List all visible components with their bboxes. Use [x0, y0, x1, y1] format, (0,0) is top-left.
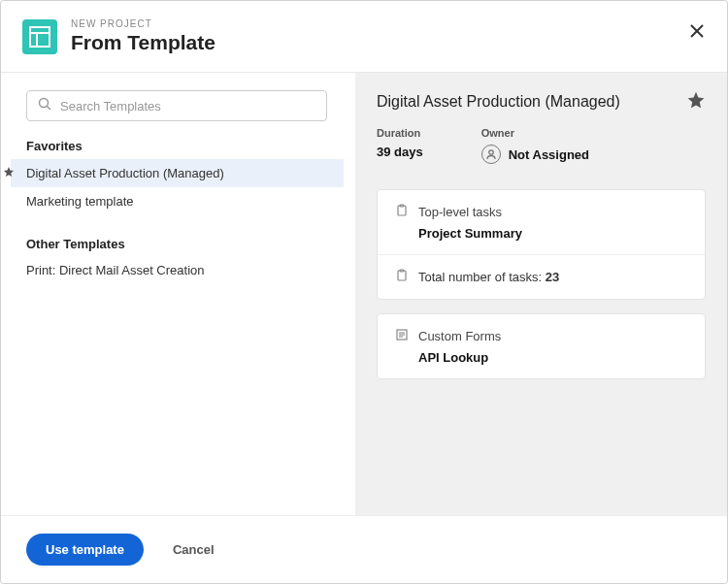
duration-block: Duration 39 days: [377, 127, 423, 164]
cancel-button[interactable]: Cancel: [173, 542, 215, 557]
owner-value: Not Assigned: [509, 147, 589, 162]
svg-line-6: [48, 107, 51, 111]
template-app-icon: [22, 19, 57, 54]
star-icon: [686, 90, 706, 110]
template-item-label: Marketing template: [26, 194, 134, 209]
header-title: From Template: [71, 31, 215, 54]
forms-value: API Lookup: [418, 350, 687, 365]
template-item-print-direct-mail[interactable]: Print: Direct Mail Asset Creation: [26, 257, 338, 283]
header-eyebrow: NEW PROJECT: [71, 18, 215, 29]
star-icon: [3, 166, 15, 180]
owner-block: Owner Not Assigned: [481, 127, 589, 164]
top-tasks-label: Top-level tasks: [418, 205, 502, 219]
detail-title: Digital Asset Production (Managed): [377, 93, 620, 111]
template-item-marketing[interactable]: Marketing template: [11, 187, 344, 215]
search-input[interactable]: [26, 90, 327, 121]
svg-rect-0: [30, 27, 50, 47]
user-icon: [481, 145, 501, 164]
search-icon: [38, 97, 51, 114]
modal-header: NEW PROJECT From Template: [1, 1, 727, 72]
modal-footer: Use template Cancel: [1, 515, 727, 583]
new-project-from-template-modal: NEW PROJECT From Template Favorites Digi…: [0, 0, 728, 584]
modal-body: Favorites Digital Asset Production (Mana…: [1, 72, 727, 515]
duration-value: 39 days: [377, 145, 423, 159]
template-list-panel: Favorites Digital Asset Production (Mana…: [1, 73, 355, 515]
use-template-button[interactable]: Use template: [26, 534, 144, 566]
close-icon: [688, 22, 706, 40]
total-tasks-label: Total number of tasks:: [418, 270, 542, 284]
svg-point-5: [40, 99, 49, 108]
template-item-label: Digital Asset Production (Managed): [26, 166, 224, 180]
svg-point-7: [489, 150, 493, 154]
clipboard-icon: [395, 269, 409, 285]
forms-label: Custom Forms: [418, 329, 501, 343]
form-icon: [395, 328, 409, 344]
other-section-label: Other Templates: [26, 237, 338, 251]
close-button[interactable]: [688, 22, 706, 44]
template-item-label: Print: Direct Mail Asset Creation: [26, 263, 205, 277]
total-tasks-value: 23: [546, 270, 559, 284]
duration-label: Duration: [377, 127, 423, 139]
favorite-toggle[interactable]: [686, 90, 706, 114]
clipboard-icon: [395, 204, 409, 220]
favorites-section-label: Favorites: [26, 139, 338, 153]
forms-card: Custom Forms API Lookup: [377, 313, 706, 379]
top-tasks-value: Project Summary: [418, 226, 687, 241]
template-item-digital-asset[interactable]: Digital Asset Production (Managed): [11, 159, 344, 187]
tasks-card: Top-level tasks Project Summary Total nu…: [377, 189, 706, 300]
template-detail-panel: Digital Asset Production (Managed) Durat…: [355, 73, 727, 515]
owner-label: Owner: [481, 127, 589, 139]
